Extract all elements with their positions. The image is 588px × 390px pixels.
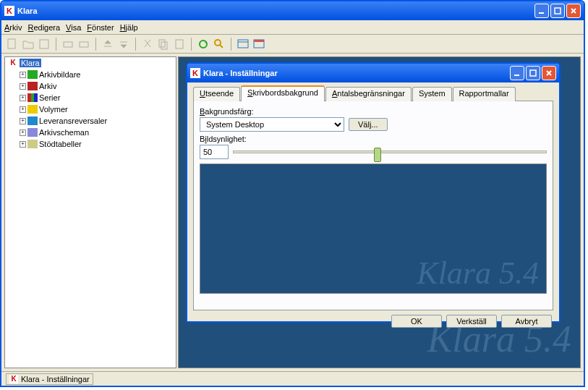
status-text: Klara - Inställningar	[21, 375, 90, 383]
tabs: Utseende Skrivbordsbakgrund Antalsbegrän…	[193, 87, 553, 101]
dialog-icon: K	[190, 68, 200, 78]
svg-line-13	[220, 45, 223, 48]
dialog-minimize-button[interactable]	[510, 66, 524, 80]
tree-root[interactable]: KKlara	[5, 57, 176, 69]
preview-box: Klara 5.4	[200, 164, 547, 294]
tree-arkiv[interactable]: +Arkiv	[5, 80, 176, 92]
refresh-icon[interactable]	[197, 38, 210, 51]
print-icon[interactable]	[61, 38, 74, 51]
tree-stodtabeller[interactable]: +Stödtabeller	[5, 138, 176, 150]
dialog-close-button[interactable]	[542, 66, 556, 80]
svg-rect-9	[161, 42, 167, 49]
tree-arkivbildare[interactable]: +Arkivbildare	[5, 69, 176, 80]
maximize-button[interactable]	[550, 4, 565, 18]
svg-rect-14	[238, 40, 248, 48]
open-icon[interactable]	[22, 38, 35, 51]
tab-utseende[interactable]: Utseende	[193, 87, 240, 101]
close-button[interactable]	[566, 4, 581, 18]
tab-skrivbordsbakgrund[interactable]: Skrivbordsbakgrund	[241, 85, 325, 101]
sort-asc-icon[interactable]	[101, 38, 114, 51]
app-icon: K	[4, 6, 14, 16]
cut-icon[interactable]	[141, 38, 154, 51]
menu-arkiv[interactable]: Arkiv	[4, 23, 22, 32]
menu-redigera[interactable]: Redigera	[27, 23, 60, 32]
bg-color-select[interactable]: System Desktop	[200, 117, 344, 132]
tab-panel: Bakgrundsfärg: System Desktop Välj... Bi…	[193, 101, 553, 310]
status-icon: K	[9, 375, 18, 383]
apply-button[interactable]: Verkställ	[446, 315, 497, 328]
slider-thumb[interactable]	[374, 148, 381, 162]
statusbar: K Klara - Inställningar	[1, 371, 584, 386]
statusbar-item[interactable]: K Klara - Inställningar	[6, 373, 93, 385]
window1-icon[interactable]	[237, 38, 250, 51]
tree-pane[interactable]: KKlara +Arkivbildare +Arkiv +Serier +Vol…	[4, 56, 176, 368]
tab-antalsbegransningar[interactable]: Antalsbegränsningar	[325, 87, 412, 101]
print2-icon[interactable]	[77, 38, 90, 51]
svg-rect-17	[254, 40, 264, 42]
sort-desc-icon[interactable]	[117, 38, 130, 51]
svg-rect-0	[539, 12, 544, 14]
svg-rect-19	[530, 70, 536, 76]
svg-rect-1	[555, 8, 561, 14]
toolbar	[1, 35, 584, 54]
main-titlebar[interactable]: K Klara	[1, 1, 584, 20]
svg-rect-7	[80, 42, 88, 47]
dialog-maximize-button[interactable]	[526, 66, 540, 80]
svg-point-12	[215, 40, 221, 46]
visibility-input[interactable]	[200, 145, 229, 159]
svg-rect-10	[176, 40, 183, 48]
visibility-label: Bildsynlighet:	[200, 135, 547, 143]
svg-rect-5	[40, 40, 48, 48]
tree-leverans[interactable]: +Leveransreversaler	[5, 115, 176, 127]
settings-dialog: K Klara - Inställningar Utseende Skrivbo…	[186, 62, 561, 323]
copy-icon[interactable]	[157, 38, 170, 51]
menu-hjalp[interactable]: Hjälp	[120, 23, 138, 32]
main-title: Klara	[17, 7, 534, 15]
search-icon[interactable]	[213, 38, 226, 51]
new-icon[interactable]	[6, 38, 19, 51]
visibility-slider[interactable]	[233, 151, 547, 153]
minimize-button[interactable]	[534, 4, 549, 18]
preview-watermark: Klara 5.4	[417, 255, 539, 292]
main-window: K Klara Arkiv Redigera Visa Fönster Hjäl…	[0, 0, 585, 387]
paste-icon[interactable]	[173, 38, 186, 51]
save-icon[interactable]	[38, 38, 51, 51]
choose-button[interactable]: Välj...	[349, 118, 388, 131]
window2-icon[interactable]	[252, 38, 265, 51]
svg-rect-8	[159, 40, 165, 47]
ok-button[interactable]: OK	[391, 315, 442, 328]
menu-fonster[interactable]: Fönster	[87, 23, 114, 32]
svg-rect-18	[514, 75, 519, 76]
svg-rect-4	[8, 39, 15, 48]
menubar: Arkiv Redigera Visa Fönster Hjälp	[1, 20, 584, 35]
svg-rect-6	[64, 42, 72, 47]
tab-rapportmallar[interactable]: Rapportmallar	[453, 87, 516, 101]
tree-volymer[interactable]: +Volymer	[5, 103, 176, 115]
dialog-title: Klara - Inställningar	[203, 69, 510, 77]
tree-serier[interactable]: +Serier	[5, 92, 176, 103]
tree-arkivscheman[interactable]: +Arkivscheman	[5, 127, 176, 138]
bg-color-label: Bakgrundsfärg:	[200, 107, 547, 116]
tab-system[interactable]: System	[412, 87, 452, 101]
cancel-button[interactable]: Avbryt	[501, 315, 552, 328]
content-pane: Klara 5.4 K Klara - Inställningar Utseen…	[178, 56, 581, 368]
dialog-titlebar[interactable]: K Klara - Inställningar	[187, 64, 559, 82]
menu-visa[interactable]: Visa	[66, 23, 81, 32]
